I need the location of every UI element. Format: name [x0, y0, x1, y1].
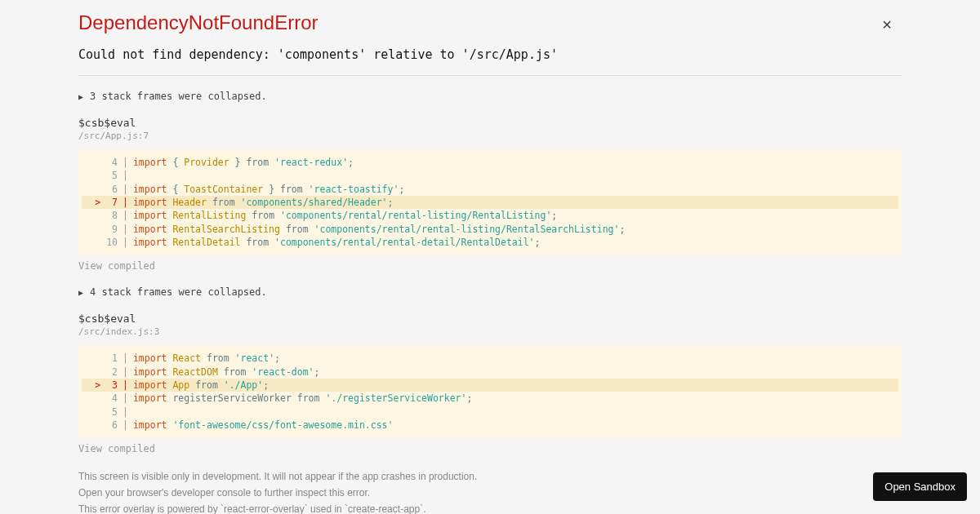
triangle-right-icon: ▶	[78, 92, 83, 101]
open-sandbox-button[interactable]: Open Sandbox	[873, 472, 967, 501]
triangle-right-icon: ▶	[78, 288, 83, 297]
code-block-2: 1|import React from 'react'; 2|import Re…	[78, 345, 902, 438]
footer-line-3: This error overlay is powered by `react-…	[78, 502, 902, 514]
footer-line-2: Open your browser's developer console to…	[78, 485, 902, 500]
error-line-2: > 3|import App from './App';	[82, 379, 898, 392]
footer-notes: This screen is visible only in developme…	[78, 469, 902, 514]
frame-location-2: /src/index.js:3	[78, 326, 902, 337]
code-block-1: 4|import { Provider } from 'react-redux'…	[78, 149, 902, 255]
error-title: DependencyNotFoundError	[78, 11, 902, 34]
divider	[78, 75, 902, 76]
collapse-text-1: 3 stack frames were collapsed.	[90, 91, 267, 102]
close-button[interactable]: ×	[882, 16, 892, 33]
error-message: Could not find dependency: 'components' …	[78, 47, 902, 62]
error-overlay: DependencyNotFoundError × Could not find…	[0, 0, 980, 514]
collapse-text-2: 4 stack frames were collapsed.	[90, 286, 267, 298]
footer-line-1: This screen is visible only in developme…	[78, 469, 902, 484]
error-line-1: > 7|import Header from 'components/share…	[82, 196, 898, 209]
frame-name-2: $csb$eval	[78, 312, 902, 325]
view-compiled-link-2[interactable]: View compiled	[78, 443, 902, 454]
collapse-toggle-2[interactable]: ▶ 4 stack frames were collapsed.	[78, 286, 902, 298]
collapse-toggle-1[interactable]: ▶ 3 stack frames were collapsed.	[78, 91, 902, 102]
view-compiled-link-1[interactable]: View compiled	[78, 260, 902, 272]
frame-location-1: /src/App.js:7	[78, 131, 902, 141]
frame-name-1: $csb$eval	[78, 117, 902, 129]
